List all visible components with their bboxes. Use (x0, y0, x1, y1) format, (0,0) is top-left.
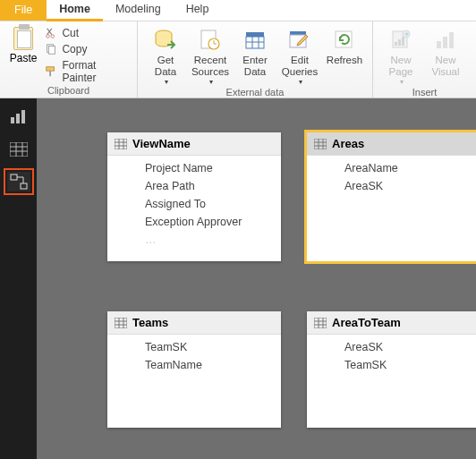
table-icon (314, 318, 327, 328)
new-page-icon: ★ (389, 28, 412, 53)
svg-rect-9 (246, 32, 264, 37)
svg-rect-3 (49, 47, 55, 55)
cut-icon (45, 27, 57, 39)
svg-point-0 (47, 35, 50, 38)
recent-sources-button[interactable]: Recent Sources▾ (188, 23, 233, 87)
table-icon (10, 142, 28, 157)
get-data-icon (153, 28, 178, 53)
tab-home[interactable]: Home (47, 0, 103, 21)
svg-rect-41 (314, 139, 327, 149)
svg-rect-28 (21, 110, 25, 123)
table-icon (314, 139, 327, 149)
field[interactable]: TeamSK (307, 356, 476, 374)
get-data-label: Get Data (155, 55, 176, 78)
refresh-icon (333, 28, 356, 53)
new-visual-icon (434, 28, 457, 53)
report-view-button[interactable] (7, 107, 30, 127)
new-visual-button: New Visual (423, 23, 468, 78)
relationship-icon (10, 174, 28, 190)
table-icon (115, 139, 127, 149)
svg-rect-27 (16, 114, 20, 123)
field[interactable]: AreaSK (307, 177, 476, 195)
table-viewname[interactable]: ViewName Project Name Area Path Assigned… (107, 132, 281, 261)
menu-tabs: File Home Modeling Help (0, 0, 476, 21)
field[interactable]: TeamName (107, 356, 281, 374)
chevron-down-icon: ▾ (165, 78, 168, 86)
bar-chart-icon (10, 110, 28, 124)
table-areas[interactable]: Areas AreaName AreaSK (307, 132, 476, 261)
enter-data-label: Enter Data (242, 55, 268, 78)
svg-rect-35 (21, 183, 27, 189)
group-insert: ★ New Page▾ New Visual Insert (373, 21, 476, 98)
field[interactable]: TeamSK (107, 338, 281, 356)
copy-button[interactable]: Copy (45, 43, 130, 55)
svg-rect-24 (443, 37, 447, 48)
group-external-label: External data (143, 87, 367, 99)
edit-queries-icon (288, 28, 311, 53)
group-insert-label: Insert (378, 87, 471, 99)
format-painter-label: Format Painter (62, 59, 130, 84)
svg-rect-20 (402, 37, 404, 46)
svg-rect-51 (314, 318, 327, 328)
tab-modeling[interactable]: Modeling (103, 0, 174, 21)
field[interactable]: … (107, 231, 281, 249)
model-view-button[interactable] (7, 172, 30, 191)
new-page-button: ★ New Page▾ (378, 23, 423, 87)
model-canvas[interactable]: ViewName Project Name Area Path Assigned… (37, 98, 476, 459)
chevron-down-icon: ▾ (299, 78, 302, 86)
field[interactable]: AreaName (307, 159, 476, 177)
tab-help[interactable]: Help (174, 0, 222, 21)
svg-rect-36 (115, 139, 127, 149)
field[interactable]: Project Name (107, 159, 281, 177)
table-title: Areas (332, 137, 364, 150)
tab-file[interactable]: File (0, 0, 47, 21)
field[interactable]: Exception Approver (107, 213, 281, 231)
svg-rect-25 (449, 32, 454, 48)
svg-point-1 (51, 35, 55, 38)
data-view-button[interactable] (7, 140, 30, 159)
field[interactable]: Area Path (107, 177, 281, 195)
svg-rect-19 (398, 39, 401, 46)
group-clipboard-label: Clipboard (5, 85, 132, 98)
refresh-button[interactable]: Refresh (322, 23, 367, 66)
enter-data-button[interactable]: Enter Data (233, 23, 277, 78)
svg-rect-14 (290, 31, 306, 35)
svg-rect-18 (395, 42, 397, 46)
paste-button[interactable]: Paste (5, 23, 41, 64)
table-title: Teams (132, 316, 168, 329)
table-title: AreaToTeam (332, 316, 401, 329)
refresh-label: Refresh (327, 55, 362, 66)
ribbon: Paste Cut Copy (0, 21, 476, 98)
enter-data-icon (244, 28, 266, 53)
table-teams[interactable]: Teams TeamSK TeamName (107, 311, 281, 428)
recent-sources-label: Recent Sources (191, 55, 229, 78)
copy-icon (45, 43, 57, 55)
edit-queries-button[interactable]: Edit Queries▾ (277, 23, 322, 87)
table-areatoteam[interactable]: AreaToTeam AreaSK TeamSK (307, 311, 476, 428)
get-data-button[interactable]: Get Data▾ (143, 23, 188, 87)
paste-icon (13, 27, 33, 50)
chevron-down-icon: ▾ (400, 78, 404, 86)
paste-label: Paste (10, 52, 38, 64)
svg-rect-23 (437, 41, 441, 48)
new-page-label: New Page (389, 55, 413, 78)
new-visual-label: New Visual (431, 55, 459, 78)
svg-text:★: ★ (404, 31, 409, 37)
svg-rect-46 (115, 318, 127, 328)
table-icon (115, 318, 127, 328)
svg-rect-34 (11, 174, 17, 180)
table-title: ViewName (132, 137, 191, 150)
svg-rect-5 (50, 71, 52, 76)
svg-rect-26 (11, 117, 14, 123)
group-clipboard: Paste Cut Copy (0, 21, 138, 98)
field[interactable]: Assigned To (107, 195, 281, 213)
cut-button[interactable]: Cut (45, 27, 130, 39)
format-painter-icon (45, 65, 57, 78)
svg-rect-29 (10, 142, 28, 157)
group-external: Get Data▾ Recent Sources▾ Enter Data Edi… (138, 21, 373, 98)
copy-label: Copy (62, 43, 87, 55)
chevron-down-icon: ▾ (209, 78, 213, 86)
field[interactable]: AreaSK (307, 338, 476, 356)
svg-rect-4 (47, 67, 55, 71)
format-painter-button[interactable]: Format Painter (45, 59, 130, 84)
